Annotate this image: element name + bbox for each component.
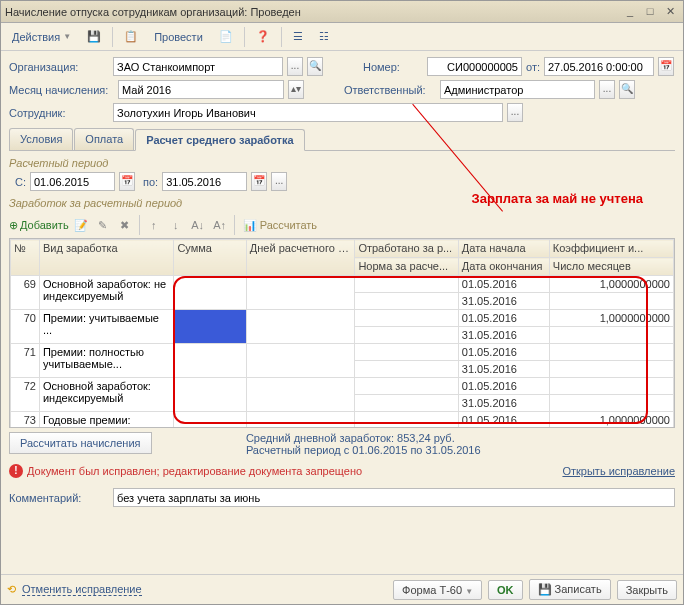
tab-avg-calc[interactable]: Расчет среднего заработка: [135, 129, 304, 151]
number-input[interactable]: СИ000000005: [427, 57, 522, 76]
cell-worked[interactable]: [355, 276, 458, 293]
table-row[interactable]: 70Премии: учитываемые ...01.05.20161,000…: [11, 310, 674, 327]
close-button[interactable]: ✕: [661, 4, 679, 20]
tab-conditions[interactable]: Условия: [9, 128, 73, 150]
help-icon[interactable]: ❓: [249, 27, 277, 46]
date-picker-button[interactable]: 📅: [658, 57, 674, 76]
resp-input[interactable]: Администратор: [440, 80, 595, 99]
sort-asc-icon[interactable]: A↓: [188, 216, 208, 234]
col-sum[interactable]: Сумма: [174, 240, 246, 276]
maximize-button[interactable]: □: [641, 4, 659, 20]
col-norm[interactable]: Норма за расче...: [355, 258, 458, 276]
list-icon[interactable]: ☰: [286, 27, 310, 46]
cell-months[interactable]: [549, 395, 673, 412]
cell-norm[interactable]: [355, 361, 458, 378]
cell-worked[interactable]: [355, 378, 458, 395]
cell-worked[interactable]: [355, 412, 458, 429]
process-button[interactable]: Провести: [147, 28, 210, 46]
table-row[interactable]: 73Годовые премии: полностью01.05.20161,0…: [11, 412, 674, 429]
ok-button[interactable]: OK: [488, 580, 523, 600]
cell-days[interactable]: [246, 344, 355, 378]
col-type[interactable]: Вид заработка: [39, 240, 173, 276]
cell-end[interactable]: 31.05.2016: [458, 395, 549, 412]
cell-end[interactable]: 31.05.2016: [458, 293, 549, 310]
org-open-button[interactable]: 🔍: [307, 57, 323, 76]
col-days[interactable]: Дней расчетного периода: [246, 240, 355, 276]
col-months[interactable]: Число месяцев: [549, 258, 673, 276]
col-worked[interactable]: Отработано за р...: [355, 240, 458, 258]
move-up-icon[interactable]: ↑: [144, 216, 164, 234]
cell-end[interactable]: 31.05.2016: [458, 327, 549, 344]
month-up-button[interactable]: ▴▾: [288, 80, 304, 99]
report-icon[interactable]: 📄: [212, 27, 240, 46]
cell-days[interactable]: [246, 378, 355, 412]
period-from-input[interactable]: 01.06.2015: [30, 172, 115, 191]
cell-days[interactable]: [246, 276, 355, 310]
cell-start[interactable]: 01.05.2016: [458, 412, 549, 429]
insert-icon[interactable]: ✎: [93, 216, 113, 234]
copy-icon[interactable]: 📋: [117, 27, 145, 46]
save-icon[interactable]: 💾: [80, 27, 108, 46]
table-row[interactable]: 71Премии: полностью учитываемые...01.05.…: [11, 344, 674, 361]
cell-months[interactable]: [549, 293, 673, 310]
sort-desc-icon[interactable]: A↑: [210, 216, 230, 234]
cell-norm[interactable]: [355, 327, 458, 344]
cell-coef[interactable]: 1,0000000000: [549, 310, 673, 327]
cell-coef[interactable]: [549, 378, 673, 395]
table-row[interactable]: 72Основной заработок: индексируемый01.05…: [11, 378, 674, 395]
resp-select-button[interactable]: ...: [599, 80, 615, 99]
actions-menu[interactable]: Действия ▼: [5, 28, 78, 46]
delete-icon[interactable]: ✖: [115, 216, 135, 234]
cell-sum[interactable]: [174, 378, 246, 412]
minimize-button[interactable]: _: [621, 4, 639, 20]
org-input[interactable]: ЗАО Станкоимпорт: [113, 57, 283, 76]
move-down-icon[interactable]: ↓: [166, 216, 186, 234]
org-select-button[interactable]: ...: [287, 57, 303, 76]
cell-start[interactable]: 01.05.2016: [458, 310, 549, 327]
edit-icon[interactable]: 📝: [71, 216, 91, 234]
cell-sum[interactable]: [174, 344, 246, 378]
open-correction-link[interactable]: Открыть исправление: [562, 465, 675, 477]
cell-worked[interactable]: [355, 310, 458, 327]
cell-worked[interactable]: [355, 344, 458, 361]
col-num[interactable]: №: [11, 240, 40, 276]
recalculate-button[interactable]: 📊 Рассчитать: [243, 219, 317, 232]
tree-icon[interactable]: ☷: [312, 27, 336, 46]
period-to-picker[interactable]: 📅: [251, 172, 267, 191]
col-end[interactable]: Дата окончания: [458, 258, 549, 276]
emp-input[interactable]: Золотухин Игорь Иванович: [113, 103, 503, 122]
calc-accruals-button[interactable]: Рассчитать начисления: [9, 432, 152, 454]
comment-input[interactable]: без учета зарплаты за июнь: [113, 488, 675, 507]
emp-select-button[interactable]: ...: [507, 103, 523, 122]
period-from-picker[interactable]: 📅: [119, 172, 135, 191]
cell-coef[interactable]: 1,0000000000: [549, 412, 673, 429]
cell-sum[interactable]: [174, 310, 246, 344]
cell-months[interactable]: [549, 361, 673, 378]
cell-end[interactable]: 31.05.2016: [458, 361, 549, 378]
col-coef[interactable]: Коэффициент и...: [549, 240, 673, 258]
cell-sum[interactable]: [174, 412, 246, 429]
cell-norm[interactable]: [355, 293, 458, 310]
cell-sum[interactable]: [174, 276, 246, 310]
period-to-input[interactable]: 31.05.2016: [162, 172, 247, 191]
cell-norm[interactable]: [355, 395, 458, 412]
cell-days[interactable]: [246, 412, 355, 429]
date-input[interactable]: 27.05.2016 0:00:00: [544, 57, 654, 76]
cell-start[interactable]: 01.05.2016: [458, 276, 549, 293]
cell-months[interactable]: [549, 327, 673, 344]
undo-correction-link[interactable]: Отменить исправление: [22, 583, 142, 596]
close-window-button[interactable]: Закрыть: [617, 580, 677, 600]
month-input[interactable]: Май 2016: [118, 80, 284, 99]
form-t60-button[interactable]: Форма Т-60 ▼: [393, 580, 482, 600]
add-button[interactable]: ⊕ Добавить: [9, 219, 69, 232]
cell-start[interactable]: 01.05.2016: [458, 344, 549, 361]
col-start[interactable]: Дата начала: [458, 240, 549, 258]
cell-coef[interactable]: 1,0000000000: [549, 276, 673, 293]
tab-payment[interactable]: Оплата: [74, 128, 134, 150]
cell-coef[interactable]: [549, 344, 673, 361]
resp-open-button[interactable]: 🔍: [619, 80, 635, 99]
period-select-button[interactable]: ...: [271, 172, 287, 191]
save-button[interactable]: 💾 Записать: [529, 579, 611, 600]
table-row[interactable]: 69Основной заработок: не индексируемый01…: [11, 276, 674, 293]
cell-days[interactable]: [246, 310, 355, 344]
